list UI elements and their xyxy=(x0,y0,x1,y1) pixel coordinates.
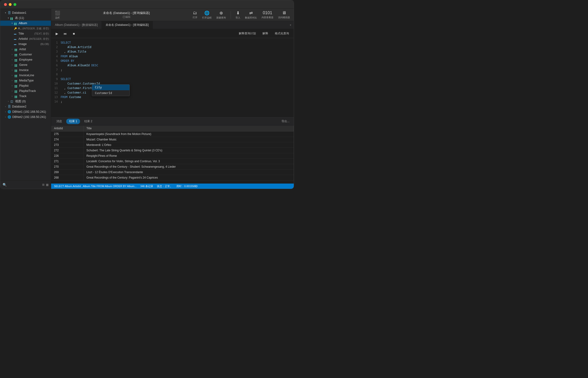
autocomplete-item-customerid[interactable]: CustomerId xyxy=(92,90,130,96)
result-tab-1[interactable]: 结果 1 xyxy=(66,119,80,124)
sidebar-item-album[interactable]: ▾ Album xyxy=(0,21,51,26)
sidebar-item-invoiceline[interactable]: › InvoiceLine xyxy=(0,73,51,78)
cell-title: Mozart: Chamber Music xyxy=(83,137,294,142)
network-db2-icon: 🌐 xyxy=(8,115,11,119)
tab-album-data-editor[interactable]: Album (Database1) - [数据编辑器] xyxy=(51,21,102,29)
sidebar-item-albumid[interactable]: 🔑 AlbumId (INTEGER, 主键, 非空) xyxy=(0,26,51,31)
chevron-right-icon: › xyxy=(4,110,7,113)
chevron-right-icon: › xyxy=(11,90,13,92)
sidebar-item-invoice[interactable]: › Invoice xyxy=(0,68,51,73)
code-editor[interactable]: SELECT Album.ArtistId , Album.Title FROM… xyxy=(60,38,294,117)
sidebar-item-dbnet2[interactable]: › 🌐 DBNet2 (192.168.50.241) xyxy=(0,114,51,120)
chevron-right-icon: › xyxy=(4,116,7,118)
table-row[interactable]: 275Koyaanisqatsi (Soundtrack from the Mo… xyxy=(51,132,294,137)
open-remote-button[interactable]: 🌐 打开远程 xyxy=(202,10,212,19)
search-icon[interactable]: 🔍 xyxy=(3,183,7,187)
import-button[interactable]: ⬇ 导入 xyxy=(235,10,240,19)
maximize-button[interactable] xyxy=(13,3,16,6)
sidebar-item-database1[interactable]: ▾ 🗄 Database1 xyxy=(0,10,51,15)
add-tab-button[interactable]: + xyxy=(287,21,294,29)
table-row[interactable]: 273Monteverdi: L'Orfeo xyxy=(51,142,294,148)
sidebar-item-genre[interactable]: › Genre xyxy=(0,62,51,68)
table-group-icon xyxy=(10,16,13,20)
tab-query-editor[interactable]: 未命名 (Database1) - [查询编辑器] xyxy=(102,21,153,29)
result-tab-bar: 消息 结果 1 结果 2 导出... xyxy=(51,118,294,125)
chevron-right-icon: › xyxy=(4,105,7,108)
invoiceline-table-icon xyxy=(15,73,17,78)
skip-to-end-button[interactable]: ⏭ xyxy=(63,31,68,37)
sidebar-item-title[interactable]: ▬ Title (TEXT, 非空) xyxy=(0,31,51,36)
col-header-artistid: ArtistId xyxy=(51,125,83,132)
close-button[interactable] xyxy=(4,3,7,6)
chevron-down-icon: ▾ xyxy=(11,22,13,25)
cell-title: Monteverdi: L'Orfeo xyxy=(83,142,294,148)
list-view-button[interactable]: ▦ xyxy=(46,183,49,186)
table-row[interactable]: 271Locatelli: Concertos for Violin, Stri… xyxy=(51,159,294,164)
cell-title: Great Recordings of the Century - Shuber… xyxy=(83,164,294,170)
new-query-icon: ⊕ xyxy=(220,10,223,16)
playlist-table-icon xyxy=(15,84,17,88)
cell-title: Locatelli: Concertos for Violin, Strings… xyxy=(83,159,294,164)
artist-table-icon xyxy=(15,47,17,51)
result-tab-messages[interactable]: 消息 xyxy=(53,119,65,124)
main-window: ▾ 🗄 Database1 ▾ 表 (11) ▾ xyxy=(0,0,294,189)
table-row[interactable]: 269Liszt - 12 Études D'Execution Transce… xyxy=(51,170,294,175)
chevron-right-icon: › xyxy=(7,100,10,103)
run-button[interactable]: ▶ xyxy=(54,31,60,37)
sidebar-item-track[interactable]: › Track xyxy=(0,94,51,99)
sidebar-item-database2[interactable]: › 🗄 Database2 xyxy=(0,104,51,109)
sidebar-toggle[interactable]: ⬛ 边栏 xyxy=(55,10,60,19)
sidebar-item-artist[interactable]: › Artist xyxy=(0,47,51,52)
result-table: ArtistId Title 275Koyaanisqatsi (Soundtr… xyxy=(51,125,294,180)
explain-button[interactable]: 解释 xyxy=(261,31,270,36)
export-button[interactable]: 导出... xyxy=(280,119,291,124)
sidebar-item-views[interactable]: › ◫ 视图 (0) xyxy=(0,99,51,104)
column-icon: ▬ xyxy=(14,38,16,40)
minimize-button[interactable] xyxy=(9,3,12,6)
sidebar-item-playlisttrack[interactable]: › PlaylistTrack xyxy=(0,88,51,94)
table-row[interactable]: 272Schubert: The Late String Quartets & … xyxy=(51,148,294,153)
result-tab-2[interactable]: 结果 2 xyxy=(81,119,95,124)
employee-table-icon xyxy=(15,58,17,62)
sidebar-item-customer[interactable]: › Customer xyxy=(0,52,51,57)
track-table-icon xyxy=(15,94,17,98)
access-simulator-icon: 🖥 xyxy=(282,10,286,15)
bottom-panel: 消息 结果 1 结果 2 导出... xyxy=(51,117,294,184)
internal-view-button[interactable]: 0101 内部查看器 xyxy=(261,10,274,19)
table-row[interactable]: 274Mozart: Chamber Music xyxy=(51,137,294,142)
editor-area[interactable]: 1234 5678 9101112 1314 SELECT Album.Arti… xyxy=(51,38,294,117)
explain-plan-button[interactable]: 解释查询计划 xyxy=(237,31,258,36)
sidebar-item-image[interactable]: ▬ Image (BLOB) xyxy=(0,41,51,47)
chevron-down-icon: ▾ xyxy=(7,17,10,19)
chevron-right-icon: › xyxy=(11,58,13,61)
stop-button[interactable]: ■ xyxy=(71,31,77,37)
cell-artistid: 272 xyxy=(51,148,83,153)
import-icon: ⬇ xyxy=(236,10,240,16)
db2-icon: 🗄 xyxy=(8,105,11,108)
new-query-button[interactable]: ⊕ 新建查询 xyxy=(216,10,226,19)
open-button[interactable]: 🗂 打开 xyxy=(193,10,197,19)
chevron-right-icon: › xyxy=(11,53,13,56)
db-compare-button[interactable]: ⇌ 数据库对比 xyxy=(245,10,257,19)
chevron-down-icon: ▾ xyxy=(4,11,7,14)
cell-artistid: 271 xyxy=(51,159,83,164)
table-row[interactable]: 268Great Recordings of the Century: Paga… xyxy=(51,175,294,180)
sidebar-item-mediatype[interactable]: › MediaType xyxy=(0,78,51,83)
playlisttrack-table-icon xyxy=(15,89,17,93)
sidebar-item-employee[interactable]: › Employee xyxy=(0,57,51,62)
db-icon: 🗄 xyxy=(8,11,11,15)
table-row[interactable]: 270Great Recordings of the Century - Shu… xyxy=(51,164,294,170)
sidebar-item-dbnet1[interactable]: › 🌐 DBNet1 (192.168.50.241) xyxy=(0,109,51,114)
sidebar-item-tables[interactable]: ▾ 表 (11) xyxy=(0,15,51,21)
chevron-right-icon: › xyxy=(11,84,13,87)
table-row[interactable]: 226Respighi:Pines of Rome xyxy=(51,153,294,159)
autocomplete-item-city[interactable]: City xyxy=(92,84,130,90)
chevron-right-icon: › xyxy=(11,95,13,98)
right-panel: ⬛ 边栏 未命名 (Database1) - [查询编辑器] 已编辑 🗂 打开 … xyxy=(51,9,294,189)
sidebar-item-artistid[interactable]: ▬ ArtistId (INTEGER, 非空) xyxy=(0,36,51,41)
sidebar-item-playlist[interactable]: › Playlist xyxy=(0,83,51,88)
format-query-button[interactable]: 格式化查询 xyxy=(273,31,291,36)
cell-artistid: 275 xyxy=(51,132,83,137)
grid-view-button[interactable]: ⊞ xyxy=(42,183,44,186)
access-simulator-button[interactable]: 🖥 访问模拟器 xyxy=(278,10,290,19)
